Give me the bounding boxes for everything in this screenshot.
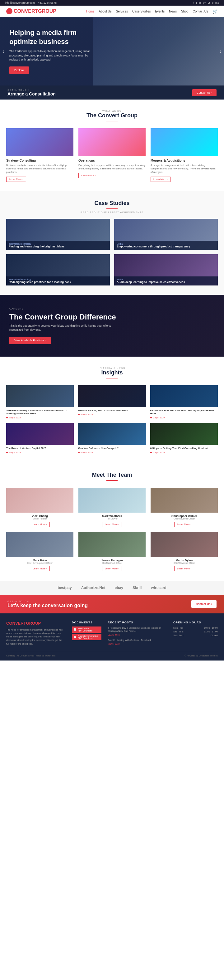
careers-label: Careers xyxy=(9,307,215,310)
case-card-1[interactable]: Information Technology Finding and rewar… xyxy=(6,219,110,250)
footer: CONVERTGROUP The need for strategic mana… xyxy=(0,613,224,660)
case-studies-title: Case Studies xyxy=(13,200,211,207)
nav-news[interactable]: News xyxy=(169,10,177,13)
service-title-operations: Operations xyxy=(78,159,146,162)
hero-cta-button[interactable]: Explore xyxy=(9,67,29,74)
footer-hours-time-2: 11:00 - 17:00 xyxy=(204,630,218,633)
service-card-mergers: Mergers & Acquisitions A merger is an ag… xyxy=(151,128,218,182)
footer-doc-2[interactable]: 📄 Financial Information PDF Download xyxy=(72,634,101,640)
nav-case-studies[interactable]: Case Studies xyxy=(132,10,151,13)
service-image-strategy xyxy=(6,128,73,156)
services-divider xyxy=(106,121,118,121)
insight-date-1: May 8, 2019 xyxy=(6,417,74,419)
footer-post-date-1: May 5, 2019 xyxy=(108,634,167,637)
twitter-icon[interactable]: t xyxy=(196,1,197,4)
case-studies-grid: Information Technology Finding and rewar… xyxy=(6,219,218,285)
team-cta-mark-p[interactable]: Learn More › xyxy=(30,566,50,571)
footer-post-text-2: Growth Hacking With Customer Feedback xyxy=(108,639,167,642)
service-cta-strategy[interactable]: Learn More › xyxy=(6,177,26,182)
case-title-3: Redesigning sales practices for a leadin… xyxy=(9,280,107,283)
team-name-vicki: Vicki Cheng xyxy=(6,514,73,518)
footer-hours-time-1: 10:00 - 19:00 xyxy=(204,627,218,629)
linkedin-icon[interactable]: in xyxy=(199,1,201,4)
google-plus-icon[interactable]: g+ xyxy=(203,1,206,4)
service-desc-mergers: A merger is an agreement that unites two… xyxy=(151,164,218,174)
service-cta-operations[interactable]: Learn More › xyxy=(78,173,98,178)
insight-card-6: 6 Steps to Getting Your First Consulting… xyxy=(150,423,218,453)
case-overlay-4: Media Audio deep learning to improve sal… xyxy=(114,277,218,285)
footer-logo: CONVERTGROUP xyxy=(6,621,66,625)
file-icon: 📄 xyxy=(74,628,77,631)
insights-section: IN TODAY'S NEWS Insights 5 Reasons to Bu… xyxy=(0,356,224,463)
team-role-vicki: Senior Partner xyxy=(6,518,73,520)
team-role-james: Chief Network Officer xyxy=(78,562,146,564)
team-image-vicki xyxy=(6,488,73,512)
footer-credit: © Powered by Codepress Themes xyxy=(185,655,218,657)
partner-skrill: Skrill xyxy=(133,585,142,590)
service-cta-mergers[interactable]: Learn More › xyxy=(151,177,170,182)
insights-grid-wrapper: 5 Reasons to Buy a Successful Business I… xyxy=(0,385,224,463)
team-image-mark-p xyxy=(6,532,73,557)
services-section: WHAT WE DO The Convert Group Strategy Co… xyxy=(0,100,224,191)
nav-home[interactable]: Home xyxy=(86,10,95,13)
team-section: Meet The Team Vicki Cheng Senior Partner… xyxy=(0,463,224,581)
team-cta-mark-w[interactable]: Learn More › xyxy=(102,522,122,527)
cta-bottom-info: GET IN TOUCH Let's keep the conversation… xyxy=(8,600,88,608)
team-cta-christopher[interactable]: Learn More › xyxy=(174,522,194,527)
case-card-4[interactable]: Media Audio deep learning to improve sal… xyxy=(114,254,218,285)
footer-post-text-1: 5 Reasons to Buy a Successful Business I… xyxy=(108,627,167,633)
team-role-mark-p: Chief Development Officer xyxy=(6,562,73,564)
nav-services[interactable]: Services xyxy=(116,10,128,13)
case-title-1: Finding and rewarding the brightest idea… xyxy=(9,245,107,248)
nav-shop[interactable]: Shop xyxy=(181,10,188,13)
facebook-icon[interactable]: f xyxy=(194,1,194,4)
footer-posts-title: RECENT POSTS xyxy=(108,621,167,624)
case-title-4: Audio deep learning to improve sales eff… xyxy=(117,280,215,283)
youtube-icon[interactable]: yt xyxy=(208,1,210,4)
footer-doc-label-1: Event Facts xyxy=(78,627,92,630)
careers-cta-button[interactable]: View Available Positions › xyxy=(9,337,51,344)
team-cta-martin[interactable]: Learn More › xyxy=(174,566,194,571)
hero-description: The traditional approach to application … xyxy=(9,49,90,62)
insights-grid: 5 Reasons to Buy a Successful Business I… xyxy=(6,385,218,453)
case-category-4: Media xyxy=(117,278,215,280)
careers-title: The Convert Group Difference xyxy=(9,313,215,321)
insight-date-dot-1 xyxy=(6,417,8,418)
partner-bestpay: bestpay xyxy=(58,585,71,590)
services-grid: Strategy Consulting Business analysis is… xyxy=(0,128,224,191)
team-cta-vicki[interactable]: Learn More › xyxy=(30,522,50,527)
team-image-christopher xyxy=(151,488,218,512)
cart-icon[interactable]: 🛒 xyxy=(213,9,218,14)
hero-prev-arrow[interactable]: ‹ xyxy=(3,48,4,55)
hero-next-arrow[interactable]: › xyxy=(220,48,221,55)
case-card-2[interactable]: Media Empowering consumers through produ… xyxy=(114,219,218,250)
insight-card-1: 5 Reasons to Buy a Successful Business I… xyxy=(6,385,74,419)
partner-wirecard: wirecard xyxy=(151,585,166,590)
site-logo[interactable]: CONVERTGROUP xyxy=(6,8,56,14)
rss-icon[interactable]: rss xyxy=(215,1,219,4)
insight-image-3 xyxy=(150,385,218,407)
team-divider xyxy=(106,480,118,481)
service-image-mergers xyxy=(151,128,218,156)
team-cta-james[interactable]: Learn More › xyxy=(102,566,122,571)
insights-label: IN TODAY'S NEWS xyxy=(6,367,218,369)
header: CONVERTGROUP Home About Us Services Case… xyxy=(0,6,224,17)
nav-events[interactable]: Events xyxy=(155,10,165,13)
footer-documents-title: DOCUMENTS xyxy=(72,621,101,624)
footer-hours-time-3: Closed xyxy=(211,634,218,637)
team-image-martin xyxy=(151,532,218,557)
footer-post-1: 5 Reasons to Buy a Successful Business I… xyxy=(108,627,167,637)
nav-about[interactable]: About Us xyxy=(99,10,112,13)
partners-section: bestpay Authorize.Net ebay Skrill wireca… xyxy=(0,581,224,595)
case-card-3[interactable]: Information Technology Redesigning sales… xyxy=(6,254,110,285)
team-image-mark-w xyxy=(78,488,146,512)
consultation-cta-button[interactable]: Contact Us › xyxy=(192,89,216,96)
cta-bottom-button[interactable]: Contact Us › xyxy=(191,600,216,608)
pinterest-icon[interactable]: p xyxy=(212,1,213,4)
insight-image-1 xyxy=(6,385,74,407)
footer-bottom: Contact | The Convert Group | Made by Wo… xyxy=(6,652,218,657)
team-title: Meet The Team xyxy=(6,472,218,478)
footer-doc-1[interactable]: 📄 Event Facts PDF Download xyxy=(72,627,101,633)
consultation-bar: GET IN TOUCH Arrange a Consultation Cont… xyxy=(0,86,224,100)
nav-contact[interactable]: Contact Us xyxy=(193,10,208,13)
